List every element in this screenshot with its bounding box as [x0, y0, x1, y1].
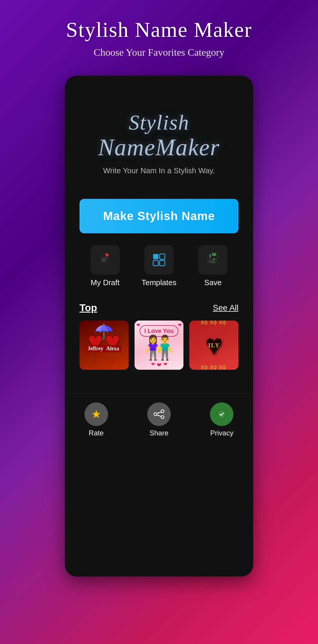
svg-line-21 — [157, 412, 161, 413]
nav-privacy[interactable]: Privacy — [210, 402, 233, 437]
see-all-link[interactable]: See All — [213, 303, 238, 313]
quick-action-draft[interactable]: My Draft — [90, 245, 120, 287]
app-logo-line2: NameMaker — [98, 134, 220, 160]
share-icon-circle — [147, 402, 171, 426]
draft-label: My Draft — [91, 278, 120, 287]
svg-line-22 — [157, 415, 161, 416]
app-logo-line1: Stylish — [98, 111, 220, 134]
template-card-jeffrey-alexa[interactable]: ☂️ ♥ Jeffrey ♥ Alexa || || — [80, 321, 129, 370]
rate-star-icon: ★ — [91, 408, 101, 421]
heart-deco-tr: ❤ — [178, 322, 182, 328]
svg-point-20 — [161, 416, 164, 419]
nav-share[interactable]: Share — [147, 402, 171, 437]
app-logo-area: Stylish NameMaker Write Your Nam In a St… — [98, 111, 220, 175]
phone-container: Stylish NameMaker Write Your Nam In a St… — [65, 76, 253, 577]
template-card-locket[interactable]: ⛓⛓⛓ ♥ ILY ⛓⛓⛓ — [189, 321, 238, 370]
svg-rect-8 — [153, 260, 158, 266]
save-label: Save — [204, 278, 221, 287]
bottom-navigation: ★ Rate Share — [65, 393, 253, 449]
app-logo: Stylish NameMaker — [98, 111, 220, 160]
make-stylish-button[interactable]: Make Stylish Name — [80, 199, 238, 233]
template-card-love-you[interactable]: ❤ ❤ I Love You 👫 ❤ ❤ ❤ — [135, 321, 184, 370]
page-title: Stylish Name Maker — [66, 18, 252, 42]
quick-action-templates[interactable]: Templates — [142, 245, 177, 287]
svg-rect-9 — [160, 260, 165, 266]
share-label: Share — [150, 429, 168, 437]
svg-rect-6 — [153, 254, 158, 259]
svg-rect-4 — [102, 258, 107, 259]
rate-label: Rate — [89, 429, 104, 437]
bottom-hearts: ❤ ❤ ❤ — [151, 361, 167, 369]
svg-rect-5 — [102, 260, 106, 261]
svg-point-17 — [213, 259, 215, 260]
top-templates-grid: ☂️ ♥ Jeffrey ♥ Alexa || || — [80, 321, 238, 370]
share-icon — [153, 408, 165, 420]
heart-deco-tl: ❤ — [136, 322, 140, 328]
quick-actions-row: My Draft Templates — [80, 245, 238, 287]
app-tagline: Write Your Nam In a Stylish Way. — [98, 166, 220, 175]
quick-action-save[interactable]: Save — [198, 245, 228, 287]
draft-icon — [90, 245, 120, 275]
privacy-icon-circle — [210, 402, 233, 426]
page-header: Stylish Name Maker Choose Your Favorites… — [60, 0, 258, 70]
chain-bottom: ⛓⛓⛓ — [200, 364, 228, 370]
svg-point-19 — [154, 413, 157, 416]
chain-top: ⛓⛓⛓ — [200, 321, 228, 326]
rate-icon-circle: ★ — [85, 402, 108, 426]
templates-label: Templates — [142, 278, 177, 287]
locket-heart: ♥ ILY — [205, 328, 223, 362]
top-section-header: Top See All — [80, 302, 238, 313]
nav-rate[interactable]: ★ Rate — [85, 402, 108, 437]
jeffrey-name-tag: Jeffrey — [85, 345, 106, 352]
alexa-name-tag: Alexa — [104, 345, 121, 352]
svg-rect-7 — [160, 254, 165, 259]
save-icon — [198, 245, 228, 275]
top-section-title: Top — [80, 302, 97, 313]
couple-illustration: 👫 — [144, 334, 174, 361]
shield-icon — [216, 408, 228, 420]
templates-icon — [144, 245, 174, 275]
heart-legs: || || — [94, 356, 114, 364]
privacy-label: Privacy — [210, 429, 233, 437]
svg-point-18 — [161, 410, 164, 413]
svg-rect-15 — [212, 253, 216, 256]
page-subtitle: Choose Your Favorites Category — [66, 47, 252, 58]
